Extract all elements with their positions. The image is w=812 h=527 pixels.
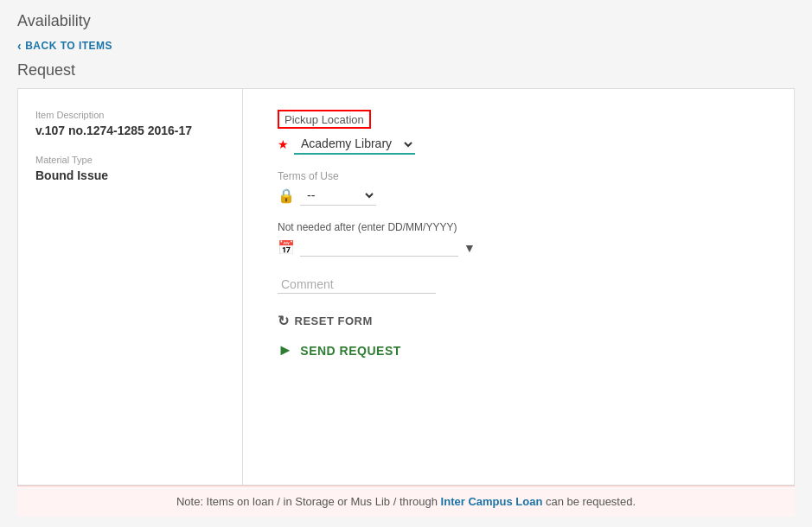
item-description-label: Item Description: [35, 110, 225, 120]
terms-row: 🔒 -- Standard Extended: [278, 186, 759, 206]
back-link-label: BACK TO ITEMS: [25, 40, 112, 52]
reset-icon: ↻: [278, 313, 290, 329]
pickup-location-label-box: Pickup Location: [278, 110, 371, 129]
note-text-end: can be requested.: [542, 495, 636, 508]
send-request-button[interactable]: ► SEND REQUEST: [278, 341, 401, 359]
pickup-select-row: ★ Academy Library Main Library Science L…: [278, 134, 759, 155]
inter-campus-loan-link[interactable]: Inter Campus Loan: [441, 495, 543, 508]
availability-title: Availability: [17, 12, 795, 30]
pickup-location-section: Pickup Location ★ Academy Library Main L…: [278, 110, 759, 155]
material-type-label: Material Type: [35, 155, 225, 165]
pickup-location-select[interactable]: Academy Library Main Library Science Lib…: [294, 134, 415, 155]
send-label: SEND REQUEST: [300, 344, 400, 358]
lock-icon: 🔒: [278, 187, 295, 204]
terms-label: Terms of Use: [278, 170, 759, 182]
note-bar: Note: Items on loan / in Storage or Mus …: [17, 486, 795, 517]
date-section: Not needed after (enter DD/MM/YYYY) 📅 ▼: [278, 221, 759, 257]
material-type-value: Bound Issue: [35, 168, 225, 182]
form-card: Item Description v.107 no.1274-1285 2016…: [17, 88, 795, 486]
pickup-location-label: Pickup Location: [285, 113, 364, 126]
note-text-start: Note: Items on loan / in Storage or Mus …: [176, 495, 441, 508]
terms-section: Terms of Use 🔒 -- Standard Extended: [278, 170, 759, 206]
comment-input[interactable]: [278, 276, 436, 294]
date-chevron-icon: ▼: [464, 241, 476, 255]
send-icon: ►: [278, 341, 293, 359]
calendar-icon: 📅: [278, 239, 295, 256]
reset-label: RESET FORM: [295, 314, 373, 327]
item-description-value: v.107 no.1274-1285 2016-17: [35, 124, 225, 137]
chevron-left-icon: ‹: [17, 39, 22, 53]
date-row: 📅 ▼: [278, 238, 759, 257]
required-star: ★: [278, 137, 289, 151]
reset-form-button[interactable]: ↻ RESET FORM: [278, 313, 373, 329]
left-panel: Item Description v.107 no.1274-1285 2016…: [18, 89, 243, 485]
date-label: Not needed after (enter DD/MM/YYYY): [278, 221, 759, 233]
date-input[interactable]: [300, 238, 458, 257]
terms-select[interactable]: -- Standard Extended: [300, 186, 376, 206]
right-panel: Pickup Location ★ Academy Library Main L…: [243, 89, 794, 485]
request-title: Request: [17, 61, 795, 79]
actions-section: ↻ RESET FORM ► SEND REQUEST: [278, 313, 759, 359]
comment-section: [278, 276, 759, 294]
back-to-items-link[interactable]: ‹ BACK TO ITEMS: [17, 39, 795, 53]
